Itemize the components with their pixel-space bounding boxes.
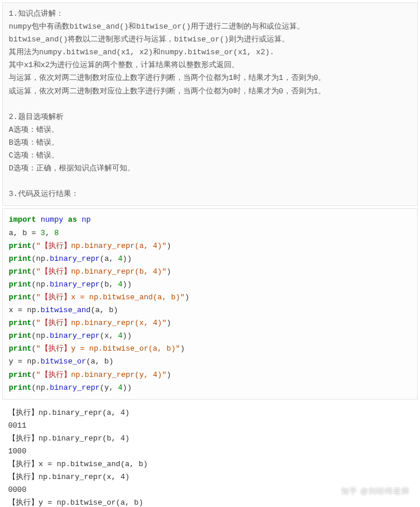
text-line: bitwise_and()将数以二进制形式进行与运算，bitwise_or()则… xyxy=(9,35,289,44)
out-line: 【执行】y = np.bitwise_or(a, b) xyxy=(8,498,143,507)
str-body: np.binary_repr(x, 4)" xyxy=(71,319,167,327)
assign-x: x = np. xyxy=(9,306,41,314)
np-dot: np. xyxy=(36,254,50,263)
comma: , xyxy=(45,229,54,237)
str-q: " xyxy=(36,344,41,353)
var-y: y xyxy=(104,383,109,392)
fn-binary-repr: binary_repr xyxy=(50,383,100,392)
num-4: 4 xyxy=(118,280,123,289)
str-body: np.binary_repr(a, 4)" xyxy=(71,242,167,250)
fn-binary-repr: binary_repr xyxy=(50,254,100,263)
num-4: 4 xyxy=(118,331,123,340)
fn-print: print xyxy=(9,383,32,392)
comma: , xyxy=(95,357,104,366)
fn-bitwise-or: bitwise_or xyxy=(41,357,86,366)
out-line: 0000 xyxy=(8,485,26,494)
comma: , xyxy=(109,280,118,289)
fn-print: print xyxy=(9,280,32,289)
str-tag: 【执行】 xyxy=(41,242,71,250)
var-b: b xyxy=(104,357,109,366)
kw-as: as xyxy=(68,215,77,224)
explanation-block: 1.知识点讲解： numpy包中有函数bitwise_and()和bitwise… xyxy=(2,2,418,206)
fn-print: print xyxy=(9,242,32,250)
fn-print: print xyxy=(9,370,32,379)
out-line: 【执行】x = np.bitwise_and(a, b) xyxy=(8,460,148,468)
str-q: " xyxy=(36,242,41,250)
fn-print: print xyxy=(9,344,32,353)
assign-ab: a, b = xyxy=(9,229,41,237)
out-line: 0011 xyxy=(8,421,26,430)
heading-2: 2.题目选项解析 xyxy=(9,113,64,121)
str-q: " xyxy=(36,319,41,327)
fn-print: print xyxy=(9,254,32,263)
str-q: " xyxy=(36,370,41,379)
option-b: B选项：错误。 xyxy=(9,138,59,147)
out-line: 【执行】np.binary_repr(x, 4) xyxy=(8,473,130,481)
fn-print: print xyxy=(9,319,32,327)
out-line: 【执行】np.binary_repr(a, 4) xyxy=(8,408,130,417)
comma: , xyxy=(109,383,118,392)
num-4: 4 xyxy=(118,383,123,392)
np-dot: np. xyxy=(36,383,50,392)
code-block: import numpy as np a, b = 3, 8 print("【执… xyxy=(2,208,418,399)
var-x: x xyxy=(104,331,109,340)
text-line: 其用法为numpy.bitwise_and(x1, x2)和numpy.bitw… xyxy=(9,48,274,57)
np-dot: np. xyxy=(36,280,50,289)
fn-print: print xyxy=(9,293,32,302)
out-line: 1000 xyxy=(8,447,26,456)
output-block: 【执行】np.binary_repr(a, 4) 0011 【执行】np.bin… xyxy=(2,402,418,507)
str-body: np.binary_repr(b, 4)" xyxy=(71,267,167,276)
text-line: 其中x1和x2为进行位运算的两个整数，计算结果将以整数形式返回。 xyxy=(9,61,239,69)
comma: , xyxy=(109,254,118,263)
str-tag: 【执行】 xyxy=(41,319,71,327)
heading-3: 3.代码及运行结果： xyxy=(9,190,79,198)
alias-np: np xyxy=(82,215,91,224)
heading-1: 1.知识点讲解： xyxy=(9,9,64,18)
out-line: 【执行】np.binary_repr(b, 4) xyxy=(8,434,130,443)
assign-y: y = np. xyxy=(9,357,41,366)
var-a: a xyxy=(104,254,109,263)
str-body: np.binary_repr(y, 4)" xyxy=(71,370,167,379)
num-8: 8 xyxy=(54,229,59,237)
fn-binary-repr: binary_repr xyxy=(50,280,100,289)
comma: , xyxy=(109,331,118,340)
fn-bitwise-and: bitwise_and xyxy=(41,306,91,314)
str-tag: 【执行】 xyxy=(41,370,71,379)
str-tag: 【执行】 xyxy=(41,267,71,276)
str-tag: 【执行】 xyxy=(41,293,71,302)
text-line: 与运算，依次对两二进制数对应位上数字进行判断，当两个位都为1时，结果才为1，否则… xyxy=(9,74,326,82)
kw-import: import xyxy=(9,215,36,224)
option-d: D选项：正确，根据知识点详解可知。 xyxy=(9,164,135,173)
var-b: b xyxy=(109,306,114,314)
fn-print: print xyxy=(9,267,32,276)
np-dot: np. xyxy=(36,331,50,340)
option-a: A选项：错误。 xyxy=(9,125,59,134)
fn-binary-repr: binary_repr xyxy=(50,331,100,340)
text-line: numpy包中有函数bitwise_and()和bitwise_or()用于进行… xyxy=(9,22,304,31)
fn-print: print xyxy=(9,331,32,340)
str-q: " xyxy=(36,293,41,302)
comma: , xyxy=(100,306,109,314)
mod-numpy: numpy xyxy=(41,215,64,224)
option-c: C选项：错误。 xyxy=(9,151,59,160)
str-body: y = np.bitwise_or(a, b)" xyxy=(71,344,180,353)
var-b: b xyxy=(104,280,109,289)
str-body: x = np.bitwise_and(a, b)" xyxy=(71,293,185,302)
str-q: " xyxy=(36,267,41,276)
text-line: 或运算，依次对两二进制数对应位上数字进行判断，当两个位都为0时，结果才为0，否则… xyxy=(9,87,326,96)
num-4: 4 xyxy=(118,254,123,263)
str-tag: 【执行】 xyxy=(41,344,71,353)
var-a: a xyxy=(95,306,100,314)
